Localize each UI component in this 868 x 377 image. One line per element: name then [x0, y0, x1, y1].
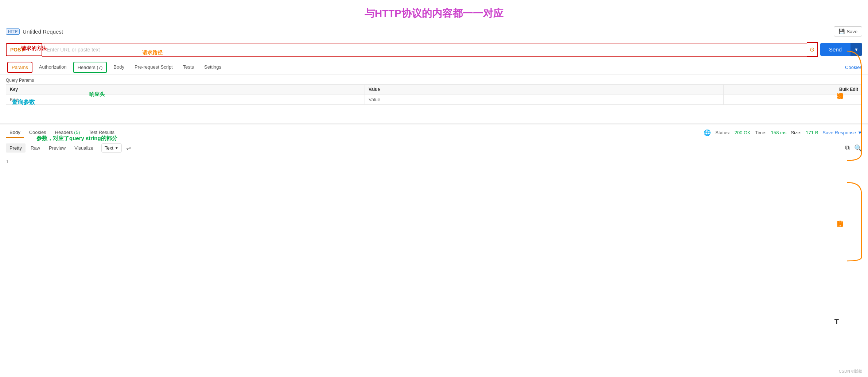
response-area: Body Cookies Headers (5) Test Results 🌐 … — [0, 123, 868, 177]
watermark: CSDN ©版权 — [839, 369, 862, 374]
format-pretty[interactable]: Pretty — [6, 143, 26, 153]
tab-prerequest[interactable]: Pre-request Script — [129, 61, 178, 74]
resp-actions: ⧉ 🔍 — [845, 144, 862, 152]
resp-tab-body[interactable]: Body — [6, 127, 24, 138]
request-header-bar: HTTP Untitled Request 💾 Save — [0, 24, 868, 39]
save-button[interactable]: 💾 Save — [834, 26, 862, 36]
annotation-canshu-note: 参数，对应了query string的部分 — [36, 135, 117, 142]
wrap-icon[interactable]: ⇌ — [126, 145, 131, 151]
time-label: Time: — [755, 130, 767, 135]
annotation-xingyingtou: 响应头 — [89, 91, 105, 98]
format-raw[interactable]: Raw — [27, 143, 44, 153]
time-value: 158 ms — [771, 130, 787, 135]
annotation-qingqiu-lujing: 请求路径 — [142, 50, 163, 56]
font-size-icon: T — [834, 318, 839, 326]
resp-status-area: 🌐 Status: 200 OK Time: 158 ms Size: 171 … — [704, 129, 862, 136]
send-chevron-button[interactable]: ▼ — [851, 43, 862, 56]
tab-params[interactable]: Params — [7, 62, 32, 73]
save-icon: 💾 — [838, 28, 845, 34]
warning-icon: ⊙ — [807, 42, 818, 57]
bulk-edit-header: Bulk Edit — [723, 85, 862, 95]
tab-tests[interactable]: Tests — [178, 61, 199, 74]
save-label: Save — [846, 29, 857, 34]
size-label: Size: — [791, 130, 801, 135]
search-icon[interactable]: 🔍 — [854, 144, 862, 152]
response-toolbar: Pretty Raw Preview Visualize Text ▼ ⇌ ⧉ … — [0, 141, 868, 155]
save-response-chevron-icon: ▼ — [857, 130, 862, 135]
line-numbers: 1 — [6, 159, 9, 173]
format-preview[interactable]: Preview — [45, 143, 69, 153]
annotation-chaxun-canshu: 查询参数 — [12, 99, 35, 106]
response-tabs-bar: Body Cookies Headers (5) Test Results 🌐 … — [0, 124, 868, 141]
url-bar: POST ▼ ⊙ Send ▼ — [0, 39, 868, 60]
save-response-button[interactable]: Save Response ▼ — [822, 130, 862, 135]
save-response-label: Save Response — [822, 130, 856, 135]
format-visualize[interactable]: Visualize — [71, 143, 97, 153]
send-btn-group: Send ▼ — [820, 43, 862, 56]
status-label: Status: — [715, 130, 730, 135]
request-name: Untitled Request — [23, 28, 831, 35]
table-row — [6, 95, 862, 105]
send-button[interactable]: Send — [820, 43, 851, 56]
page-title: 与HTTP协议的内容都一一对应 — [365, 8, 503, 19]
text-dropdown-chevron-icon: ▼ — [115, 146, 118, 150]
status-value: 200 OK — [735, 130, 751, 135]
params-table: Key Value Bulk Edit — [6, 84, 862, 105]
request-tabs: Params Authorization Headers (7) Body Pr… — [0, 60, 868, 75]
http-icon: HTTP — [6, 28, 20, 35]
bulk-edit-button[interactable]: Bulk Edit — [839, 87, 858, 92]
response-body: 1 — [0, 155, 868, 177]
globe-icon: 🌐 — [704, 129, 711, 136]
copy-icon[interactable]: ⧉ — [845, 144, 850, 152]
key-header: Key — [6, 85, 365, 95]
cookies-link[interactable]: Cookies — [845, 61, 862, 74]
key-input[interactable] — [10, 97, 361, 102]
bracket-xingyingneirong — [843, 179, 865, 263]
tab-settings[interactable]: Settings — [199, 61, 226, 74]
line-number-1: 1 — [6, 159, 9, 164]
size-value: 171 B — [806, 130, 818, 135]
annotation-qingqiu-fangfa: 请求的方法 — [21, 45, 47, 52]
tab-headers[interactable]: Headers (7) — [73, 62, 107, 73]
tab-body[interactable]: Body — [108, 61, 129, 74]
text-format-dropdown[interactable]: Text ▼ — [101, 143, 122, 153]
value-input[interactable] — [369, 97, 720, 102]
tab-authorization[interactable]: Authorization — [34, 61, 72, 74]
text-format-label: Text — [105, 145, 113, 151]
params-area: Query Params Key Value Bulk Edit — [0, 75, 868, 105]
query-params-label: Query Params — [6, 75, 862, 84]
value-header: Value — [365, 85, 723, 95]
